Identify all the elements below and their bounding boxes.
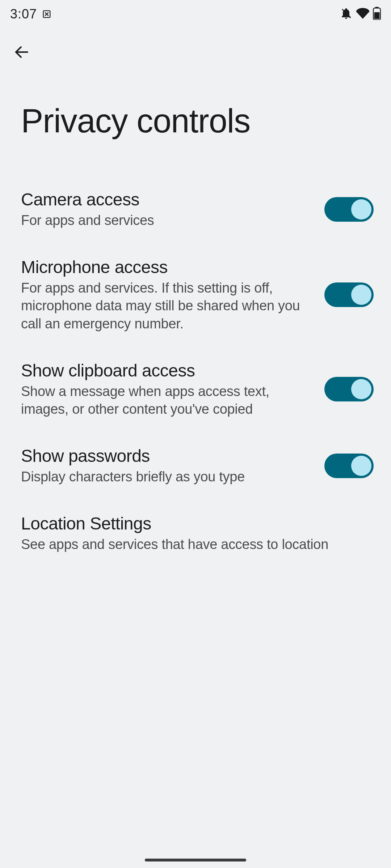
- setting-text: Location Settings See apps and services …: [21, 513, 374, 553]
- setting-description: For apps and services: [21, 212, 310, 229]
- toggle-show-passwords[interactable]: [324, 454, 374, 478]
- setting-title: Location Settings: [21, 513, 359, 534]
- toggle-thumb: [351, 285, 371, 305]
- setting-show-passwords[interactable]: Show passwords Display characters briefl…: [0, 432, 391, 499]
- nav-handle[interactable]: [145, 859, 246, 861]
- status-bar-right: [340, 6, 381, 22]
- back-button[interactable]: [7, 38, 36, 67]
- toggle-thumb: [351, 199, 371, 220]
- battery-icon: [373, 7, 381, 21]
- toggle-thumb: [351, 456, 371, 476]
- settings-list: Camera access For apps and services Micr…: [0, 175, 391, 567]
- page-title: Privacy controls: [21, 103, 391, 139]
- toggle-clipboard-access[interactable]: [324, 377, 374, 401]
- setting-text: Microphone access For apps and services.…: [21, 257, 324, 333]
- setting-clipboard-access[interactable]: Show clipboard access Show a message whe…: [0, 346, 391, 432]
- setting-text: Show passwords Display characters briefl…: [21, 446, 324, 486]
- back-arrow-icon: [13, 43, 30, 61]
- toggle-microphone-access[interactable]: [324, 282, 374, 307]
- status-bar: 3:07: [0, 0, 391, 25]
- setting-text: Camera access For apps and services: [21, 189, 324, 229]
- setting-text: Show clipboard access Show a message whe…: [21, 360, 324, 418]
- status-bar-left: 3:07: [10, 7, 52, 22]
- setting-title: Show clipboard access: [21, 360, 310, 381]
- toggle-thumb: [351, 379, 371, 399]
- svg-rect-5: [374, 12, 380, 19]
- setting-camera-access[interactable]: Camera access For apps and services: [0, 175, 391, 243]
- setting-title: Show passwords: [21, 446, 310, 467]
- setting-title: Microphone access: [21, 257, 310, 278]
- setting-title: Camera access: [21, 189, 310, 210]
- setting-description: Display characters briefly as you type: [21, 468, 310, 486]
- setting-description: See apps and services that have access t…: [21, 536, 359, 553]
- status-time: 3:07: [10, 7, 37, 22]
- setting-location-settings[interactable]: Location Settings See apps and services …: [0, 499, 391, 567]
- notification-blocked-icon: [41, 9, 52, 20]
- setting-microphone-access[interactable]: Microphone access For apps and services.…: [0, 243, 391, 346]
- wifi-icon: [356, 6, 370, 22]
- toggle-camera-access[interactable]: [324, 197, 374, 222]
- setting-description: Show a message when apps access text, im…: [21, 383, 310, 418]
- setting-description: For apps and services. If this setting i…: [21, 279, 310, 333]
- do-not-disturb-icon: [340, 7, 353, 21]
